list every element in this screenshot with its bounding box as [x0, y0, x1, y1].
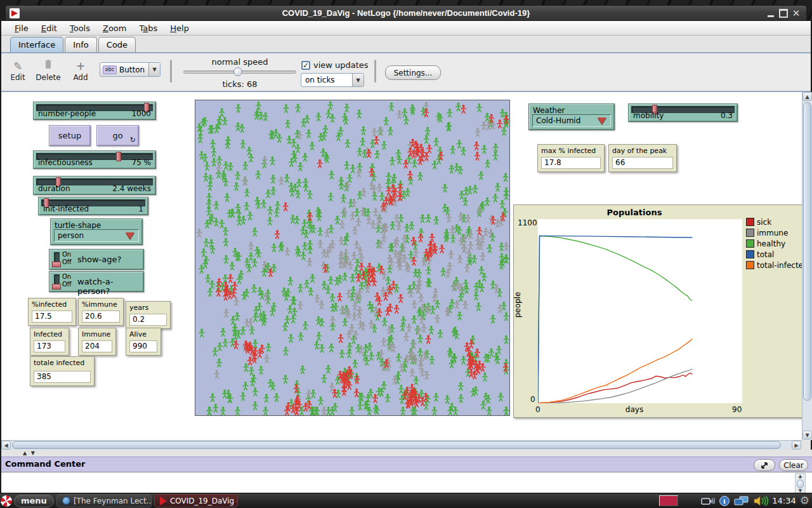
scroll-down-arrow[interactable]: ▼ [802, 431, 812, 439]
menu-tools[interactable]: Tools [64, 22, 96, 34]
person-agent [224, 161, 228, 170]
person-agent [372, 128, 376, 136]
person-agent [483, 228, 488, 236]
edit-widget-button[interactable]: ✎ Edit [4, 59, 32, 82]
widget-type-selector[interactable]: abc Button ▼ [100, 62, 160, 77]
person-agent [504, 312, 508, 320]
horizontal-scrollbar[interactable]: ◀ ▶ [1, 440, 802, 450]
person-agent [418, 172, 422, 180]
chooser-dropdown[interactable]: person [54, 229, 139, 242]
person-agent [386, 276, 390, 284]
person-agent [199, 328, 204, 337]
vertical-scrollbar[interactable]: ▲ ▼ [802, 92, 812, 440]
person-agent [274, 208, 278, 217]
person-agent [377, 184, 382, 192]
clock[interactable]: 14:34 [772, 496, 796, 505]
person-agent [463, 300, 468, 309]
menu-file[interactable]: File [9, 22, 34, 34]
person-agent [479, 171, 483, 179]
minimize-button[interactable] [766, 8, 776, 18]
person-agent [373, 394, 377, 403]
slider-handle[interactable] [116, 152, 121, 161]
gear-icon[interactable]: ⚙ [800, 495, 809, 506]
legend-item-total: total [746, 249, 802, 260]
scroll-up-arrow[interactable]: ▲ [802, 92, 812, 101]
person-agent [390, 157, 395, 165]
chevron-down-icon: ▼ [148, 63, 160, 76]
setup-button[interactable]: setup [49, 125, 91, 146]
scroll-left-arrow[interactable]: ◀ [1, 441, 11, 450]
taskbar-item-feynman[interactable]: [The Feynman Lect... [56, 494, 152, 507]
person-agent [264, 394, 268, 402]
person-agent [432, 406, 436, 415]
person-agent [329, 192, 333, 201]
keyboard-layout-flag[interactable] [659, 495, 678, 506]
pane-splitter[interactable]: ▲ ▼ [1, 450, 812, 457]
person-agent [337, 275, 342, 283]
switch-handle[interactable] [52, 284, 61, 290]
settings-button[interactable]: Settings... [385, 65, 441, 80]
scrollbar-thumb[interactable] [12, 441, 781, 449]
menu-tabs[interactable]: Tabs [133, 22, 163, 34]
output-scrollbar[interactable]: ▲ ▼ [795, 473, 806, 495]
update-shield-icon[interactable]: i [719, 495, 730, 507]
switch-label: watch-a-person? [77, 277, 143, 296]
person-agent [253, 401, 258, 410]
tab-code[interactable]: Code [98, 37, 136, 53]
scroll-up-arrow[interactable]: ▲ [796, 474, 805, 479]
slider-label: duration [38, 184, 70, 193]
peppermint-os-icon[interactable] [1, 495, 12, 507]
close-button[interactable]: ✕ [791, 8, 801, 18]
chooser-weather[interactable]: Weather Cold-Humid [528, 104, 615, 130]
expand-command-center-button[interactable] [754, 459, 775, 471]
volume-icon[interactable] [753, 495, 768, 507]
person-agent [504, 335, 508, 344]
command-center-output[interactable]: ▲ ▼ [1, 472, 812, 495]
update-mode-selector[interactable]: on ticks ▼ [301, 73, 364, 87]
scrollbar-thumb[interactable] [797, 479, 804, 488]
slider-number-people[interactable]: number-people 1000 [33, 102, 156, 120]
battery-icon[interactable] [701, 496, 715, 506]
person-agent [212, 157, 216, 166]
window-titlebar[interactable]: COVID_19_DaVig - NetLogo {/home/never/Do… [5, 5, 807, 21]
slider-mobility[interactable]: mobility 0.3 [628, 104, 738, 122]
slider-duration[interactable]: duration 2.4 weeks [33, 176, 156, 195]
legend-swatch [746, 250, 754, 258]
switch-watch-a-person[interactable]: On Off watch-a-person? [49, 271, 144, 292]
start-menu-button[interactable]: menu [14, 495, 54, 507]
menu-help[interactable]: Help [164, 22, 195, 34]
person-agent [385, 394, 390, 402]
person-agent [256, 102, 261, 110]
slider-init-infected[interactable]: init-infected 1 [38, 197, 148, 215]
speed-slider-thumb[interactable] [233, 67, 242, 76]
person-agent [219, 108, 224, 116]
maximize-button[interactable] [778, 8, 789, 18]
person-agent [283, 323, 287, 331]
person-agent [299, 332, 303, 340]
chooser-turtle-shape[interactable]: turtle-shape person [50, 218, 143, 245]
tab-info[interactable]: Info [65, 37, 97, 53]
add-widget-button[interactable]: + Add [67, 59, 95, 82]
go-button[interactable]: go ↻ [96, 125, 139, 146]
legend-swatch [746, 239, 754, 248]
chooser-dropdown[interactable]: Cold-Humid [532, 114, 611, 127]
view-updates-checkbox[interactable]: ✓ [301, 61, 310, 70]
world-view[interactable] [195, 100, 510, 416]
person-agent [455, 300, 459, 309]
slider-infectiousness[interactable]: infectiousness 75 % [33, 150, 156, 169]
splitter-arrows-icon[interactable]: ▲ ▼ [23, 450, 36, 456]
tab-interface[interactable]: Interface [10, 37, 63, 53]
person-agent [223, 389, 227, 398]
switch-handle[interactable] [52, 262, 61, 267]
scroll-right-arrow[interactable]: ▶ [792, 441, 801, 450]
person-agent [326, 110, 331, 118]
menu-zoom[interactable]: Zoom [97, 22, 132, 34]
delete-widget-button[interactable]: Delete [34, 59, 62, 82]
clear-button[interactable]: Clear [779, 459, 808, 471]
y-axis-min: 0 [530, 395, 535, 404]
taskbar-item-netlogo[interactable]: COVID_19_DaVig - ... [154, 494, 238, 507]
network-icon[interactable] [734, 495, 749, 507]
scrollbar-thumb[interactable] [803, 102, 811, 401]
switch-show-age[interactable]: On Off show-age? [49, 249, 144, 270]
menu-edit[interactable]: Edit [36, 22, 63, 34]
